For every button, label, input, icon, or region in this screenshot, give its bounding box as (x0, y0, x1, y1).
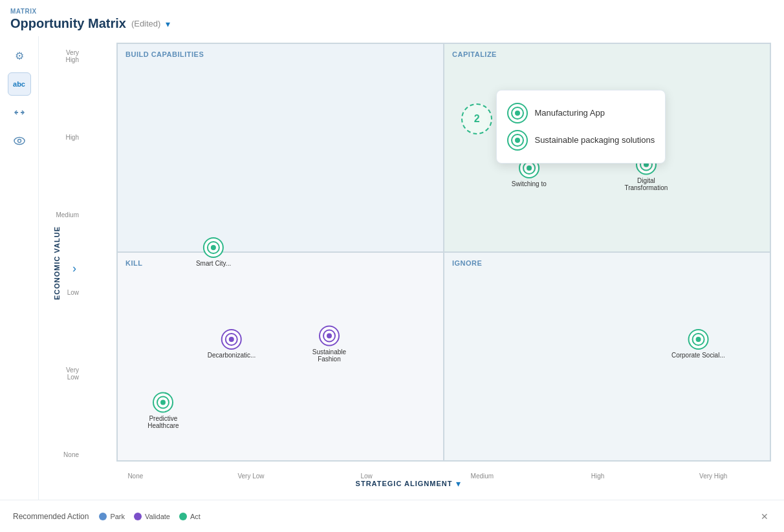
quadrant-label-ignore: IGNORE (452, 259, 482, 267)
quadrant-ignore: IGNORE Corporate Social... (444, 252, 770, 461)
x-axis-label: STRATEGIC ALIGNMENT ▾ (356, 478, 461, 489)
svg-point-2 (14, 138, 25, 145)
sidebar: ⚙ abc (0, 36, 39, 526)
digital-transform-label: Digital Transformation (617, 177, 675, 191)
quadrant-capitalize: CAPITALIZE 2 Manufacturing App (444, 43, 770, 252)
eye-icon[interactable] (8, 129, 31, 153)
act-dot (179, 513, 187, 520)
x-tick-verylow: Very Low (193, 473, 309, 480)
cluster-bubble-2[interactable]: 2 (461, 103, 492, 134)
header: MATRIX Opportunity Matrix (Edited) ▾ (0, 0, 784, 36)
predictive-healthcare-label: Predictive Healthcare (134, 414, 192, 429)
legend-act: Act (179, 513, 201, 520)
collapse-arrow[interactable]: › (72, 262, 76, 275)
close-button[interactable]: ✕ (758, 510, 771, 523)
chart-area: ECONOMIC VALUE Very High High Medium Low… (39, 36, 784, 526)
title-dropdown-icon[interactable]: ▾ (166, 19, 170, 29)
settings-icon[interactable]: ⚙ (8, 44, 31, 67)
x-tick-none: None (78, 473, 193, 480)
quadrant-label-build: BUILD CAPABILITIES (125, 50, 204, 58)
legend: Park Validate Act (99, 513, 200, 520)
x-axis-dropdown-icon[interactable]: ▾ (456, 478, 461, 489)
y-tick-none: None (63, 451, 79, 458)
edited-badge: (Edited) (131, 19, 161, 28)
smart-city-label: Smart City... (196, 260, 231, 267)
grid-wrapper: BUILD CAPABILITIES CAPITALIZE 2 (78, 43, 771, 462)
page-title: Opportunity Matrix (10, 16, 126, 31)
split-icon[interactable] (8, 101, 31, 124)
y-tick-high: High (65, 134, 79, 141)
decarbonization-label: Decarbonizatic... (208, 352, 256, 359)
y-tick-veryhigh: Very High (60, 49, 79, 63)
data-point-smart-city[interactable]: Smart City... (196, 237, 231, 267)
x-tick-high: High (540, 473, 656, 480)
y-tick-verylow: Very Low (60, 367, 79, 381)
validate-label: Validate (145, 513, 170, 520)
legend-park: Park (99, 513, 125, 520)
sustainable-fashion-label: Sustainable Fashion (300, 348, 358, 363)
recommended-action-label: Recommended Action (13, 512, 89, 521)
main-layout: ⚙ abc ECONOMIC VALUE Very High Hig (0, 36, 784, 526)
corporate-social-label: Corporate Social... (671, 352, 725, 359)
data-point-decarbonization[interactable]: Decarbonizatic... (208, 329, 256, 359)
quadrant-kill: KILL Decarbonizatic... Sustainable Fashi… (117, 252, 444, 461)
switching-to-label: Switching to (512, 180, 547, 187)
act-label: Act (190, 513, 201, 520)
quadrant-build-capabilities: BUILD CAPABILITIES (117, 43, 444, 252)
tooltip: Manufacturing App Sustainable packaging … (496, 90, 666, 164)
text-icon[interactable]: abc (8, 72, 31, 96)
y-tick-medium: Medium (56, 211, 79, 218)
bottom-bar: Recommended Action Park Validate Act ✕ (0, 500, 784, 532)
data-point-sustainable-fashion[interactable]: Sustainable Fashion (300, 326, 358, 363)
matrix-container: ECONOMIC VALUE Very High High Medium Low… (45, 43, 771, 494)
tooltip-item-1: Manufacturing App (507, 100, 655, 127)
quadrant-label-capitalize: CAPITALIZE (452, 50, 497, 58)
x-tick-veryhigh: Very High (655, 473, 771, 480)
park-label: Park (110, 513, 125, 520)
legend-validate: Validate (134, 513, 170, 520)
data-point-corporate-social[interactable]: Corporate Social... (671, 329, 725, 359)
tooltip-label-1: Manufacturing App (534, 108, 604, 118)
data-point-predictive-healthcare[interactable]: Predictive Healthcare (134, 392, 192, 429)
tooltip-item-2: Sustainable packaging solutions (507, 127, 655, 154)
tooltip-label-2: Sustainable packaging solutions (534, 135, 655, 145)
matrix-label: MATRIX (10, 8, 774, 15)
validate-dot (134, 513, 142, 520)
quadrant-label-kill: KILL (125, 259, 142, 267)
park-dot (99, 513, 107, 520)
svg-point-3 (17, 140, 21, 143)
